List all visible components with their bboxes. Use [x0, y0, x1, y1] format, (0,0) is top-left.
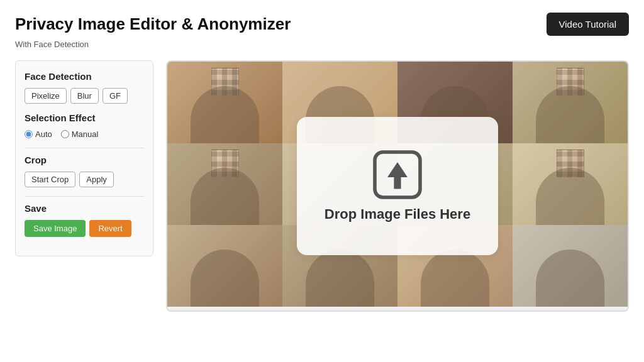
- photo-cell: [167, 225, 282, 307]
- svg-marker-1: [387, 162, 408, 189]
- save-image-button[interactable]: Save Image: [25, 220, 86, 237]
- subtitle-text: With Face Detection: [15, 40, 629, 49]
- image-panel[interactable]: Drop Image Files Here: [166, 60, 629, 312]
- manual-radio[interactable]: [61, 130, 69, 138]
- drop-zone-text: Drop Image Files Here: [325, 206, 470, 222]
- photo-cell: [513, 62, 628, 143]
- auto-radio-label[interactable]: Auto: [25, 129, 52, 139]
- drop-zone-overlay[interactable]: Drop Image Files Here: [297, 117, 498, 255]
- person-silhouette: [536, 250, 605, 307]
- person-silhouette: [191, 250, 260, 307]
- person-silhouette: [191, 86, 260, 143]
- crop-button-group: Start Crop Apply: [25, 172, 144, 187]
- auto-radio[interactable]: [25, 130, 33, 138]
- selection-radio-group: Auto Manual: [25, 129, 144, 139]
- divider-1: [25, 148, 144, 148]
- pixelize-button[interactable]: Pixelize: [25, 88, 67, 104]
- video-tutorial-button[interactable]: Video Tutorial: [547, 13, 629, 36]
- save-button-group: Save Image Revert: [25, 220, 144, 237]
- crop-label: Crop: [25, 155, 144, 165]
- apply-button[interactable]: Apply: [79, 172, 114, 187]
- start-crop-button[interactable]: Start Crop: [25, 172, 75, 187]
- photo-cell: [167, 143, 282, 225]
- page-title: Privacy Image Editor & Anonymizer: [15, 14, 291, 34]
- blur-button[interactable]: Blur: [70, 88, 99, 104]
- photo-cell: [513, 143, 628, 225]
- person-silhouette: [536, 86, 605, 143]
- person-silhouette: [306, 250, 375, 307]
- manual-radio-label[interactable]: Manual: [61, 129, 99, 139]
- page-wrapper: Privacy Image Editor & Anonymizer Video …: [0, 0, 644, 324]
- photo-cell: [513, 225, 628, 307]
- save-label: Save: [25, 203, 144, 214]
- sidebar: Face Detection Pixelize Blur GF Selectio…: [15, 60, 153, 256]
- selection-effect-label: Selection Effect: [25, 112, 144, 123]
- header: Privacy Image Editor & Anonymizer Video …: [15, 13, 629, 36]
- person-silhouette: [536, 168, 605, 225]
- photo-cell: [167, 62, 282, 143]
- drop-arrow-icon: [372, 150, 423, 200]
- auto-label-text: Auto: [35, 129, 52, 139]
- manual-label-text: Manual: [72, 129, 99, 139]
- face-detection-label: Face Detection: [25, 71, 144, 82]
- effect-button-group: Pixelize Blur GF: [25, 88, 144, 104]
- person-silhouette: [421, 250, 490, 307]
- divider-2: [25, 196, 144, 197]
- main-content: Face Detection Pixelize Blur GF Selectio…: [15, 60, 629, 312]
- person-silhouette: [191, 168, 260, 225]
- revert-button[interactable]: Revert: [89, 220, 131, 237]
- gf-button[interactable]: GF: [103, 88, 128, 104]
